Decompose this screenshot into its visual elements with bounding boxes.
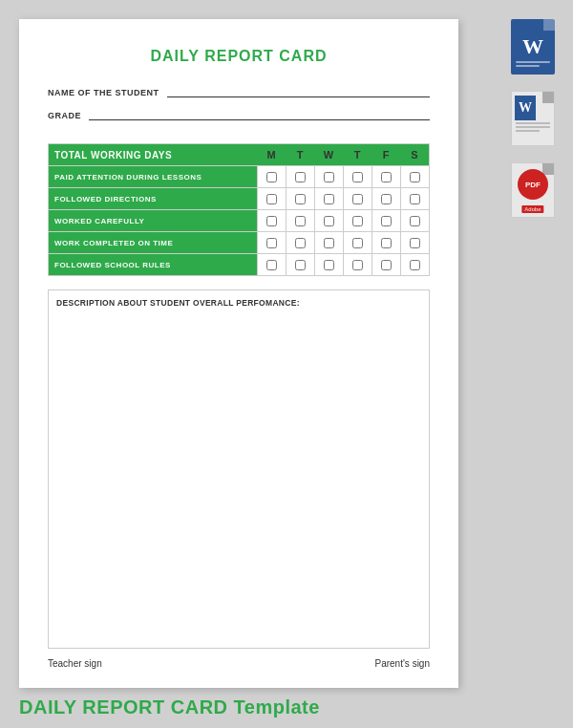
checkbox-dir-f[interactable] [381,194,392,204]
word-icon-1[interactable]: W [511,19,563,81]
checkbox-rules-t1[interactable] [295,260,306,270]
checkbox-cell [343,254,371,275]
checkbox-cell [257,254,286,275]
checkbox-cell [314,232,343,253]
checkbox-cell [343,232,371,253]
bottom-title-text: DAILY REPORT CARD Template [19,696,320,717]
grade-input-line [89,107,430,120]
checkbox-dir-m[interactable] [266,194,277,204]
row-checkboxes-attention [257,166,429,187]
student-field-row: NAME OF THE STUDENT [48,84,430,97]
row-label-ontime: WORK COMPLETED ON TIME [49,232,257,253]
checkbox-care-t1[interactable] [295,216,306,226]
description-section: DESCRIPTION ABOUT STUDENT OVERALL PERFOM… [48,289,430,649]
day-header-w: W [314,144,343,165]
checkbox-care-f[interactable] [381,216,392,226]
checkbox-ontime-t2[interactable] [352,238,363,248]
description-textarea[interactable] [56,313,421,399]
row-checkboxes-careful [257,210,429,231]
pdf-icon[interactable]: PDF Adobe [511,162,563,225]
checkbox-cell [371,232,400,253]
checkbox-dir-s[interactable] [410,194,420,204]
row-label-attention: PAID ATTENTION DURING LESSONS [49,166,257,187]
checkbox-cell [286,210,314,231]
day-headers: M T W T F S [257,144,429,165]
checkbox-attention-f[interactable] [381,172,392,182]
report-card: DAILY REPORT CARD NAME OF THE STUDENT GR… [19,19,458,688]
table-row: WORKED CAREFULLY [49,209,429,231]
table-row: PAID ATTENTION DURING LESSONS [49,165,429,187]
table-header-row: TOTAL WORKING DAYS M T W T F S [49,144,429,165]
checkbox-rules-t2[interactable] [352,260,363,270]
checkbox-cell [400,188,429,209]
description-label: DESCRIPTION ABOUT STUDENT OVERALL PERFOM… [56,298,421,308]
row-label-careful: WORKED CAREFULLY [49,210,257,231]
checkbox-attention-t1[interactable] [295,172,306,182]
checkbox-cell [371,166,400,187]
checkbox-cell [371,210,400,231]
table-header-label: TOTAL WORKING DAYS [49,144,257,165]
signature-row: Teacher sign Parent's sign [48,649,430,669]
teacher-sign-label: Teacher sign [48,658,102,669]
row-checkboxes-rules [257,254,429,275]
checkbox-cell [400,166,429,187]
checkbox-ontime-s[interactable] [410,238,420,248]
row-checkboxes-directions [257,188,429,209]
checkbox-rules-w[interactable] [324,260,334,270]
row-label-directions: FOLLOWED DIRECTIONS [49,188,257,209]
checkbox-attention-w[interactable] [324,172,334,182]
table-row: WORK COMPLETED ON TIME [49,231,429,253]
checkbox-cell [286,188,314,209]
checkbox-cell [314,188,343,209]
word-icon-2[interactable]: W [511,91,563,153]
checkbox-care-w[interactable] [324,216,334,226]
checkbox-dir-w[interactable] [324,194,334,204]
checkbox-cell [286,232,314,253]
checkbox-ontime-m[interactable] [266,238,277,248]
table-row: FOLLOWED DIRECTIONS [49,187,429,209]
checkbox-cell [257,232,286,253]
day-header-f: F [371,144,400,165]
checkbox-care-m[interactable] [266,216,277,226]
day-header-s: S [400,144,429,165]
checkbox-dir-t1[interactable] [295,194,306,204]
checkbox-rules-s[interactable] [410,260,420,270]
checkbox-cell [400,254,429,275]
checkbox-attention-m[interactable] [266,172,277,182]
checkbox-ontime-t1[interactable] [295,238,306,248]
parent-sign-label: Parent's sign [375,658,431,669]
checkbox-attention-s[interactable] [410,172,420,182]
grade-field-row: GRADE [48,107,430,120]
checkbox-cell [371,188,400,209]
checkbox-care-s[interactable] [410,216,420,226]
day-header-m: M [257,144,286,165]
checkbox-cell [371,254,400,275]
day-header-t2: T [343,144,371,165]
checkbox-rules-f[interactable] [381,260,392,270]
attendance-table: TOTAL WORKING DAYS M T W T F S PAID ATTE… [48,143,430,276]
checkbox-cell [400,232,429,253]
checkbox-ontime-w[interactable] [324,238,334,248]
checkbox-cell [286,166,314,187]
checkbox-cell [314,210,343,231]
checkbox-cell [314,254,343,275]
checkbox-attention-t2[interactable] [352,172,363,182]
day-header-t1: T [286,144,314,165]
checkbox-rules-m[interactable] [266,260,277,270]
checkbox-cell [400,210,429,231]
student-input-line [167,84,431,97]
checkbox-cell [257,166,286,187]
table-row: FOLLOWED SCHOOL RULES [49,253,429,275]
checkbox-care-t2[interactable] [352,216,363,226]
student-label: NAME OF THE STUDENT [48,88,159,97]
row-checkboxes-ontime [257,232,429,253]
icon-panel: W W PDF [511,19,563,225]
grade-label: GRADE [48,111,81,120]
checkbox-dir-t2[interactable] [352,194,363,204]
checkbox-cell [343,188,371,209]
checkbox-cell [257,188,286,209]
checkbox-cell [257,210,286,231]
checkbox-cell [314,166,343,187]
checkbox-ontime-f[interactable] [381,238,392,248]
checkbox-cell [343,166,371,187]
